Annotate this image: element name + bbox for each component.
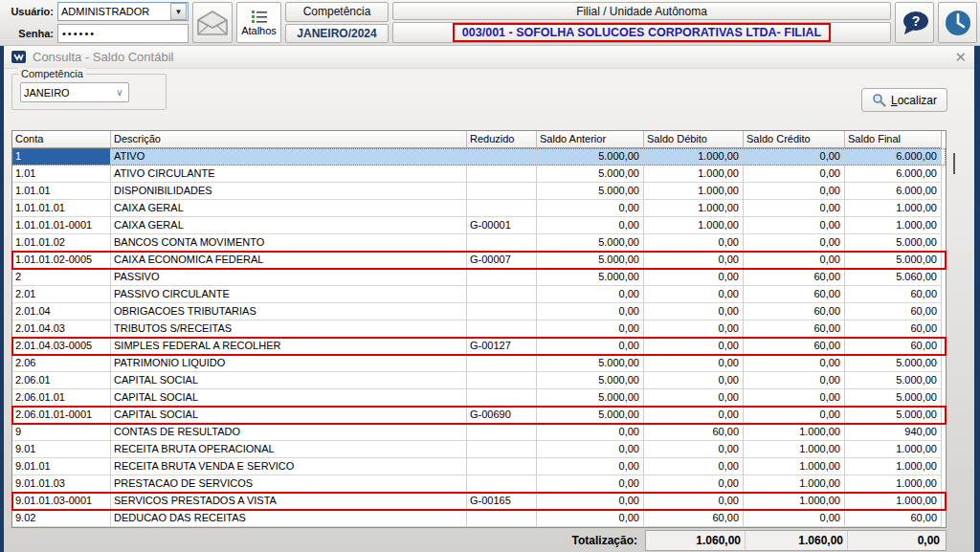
table-row[interactable]: 1.01.01.02BANCOS CONTA MOVIMENTO5.000,00… bbox=[12, 234, 946, 252]
table-row[interactable]: 9.01.01.03-0001SERVICOS PRESTADOS A VIST… bbox=[12, 493, 946, 510]
column-header[interactable]: Saldo Final bbox=[845, 131, 942, 148]
cell: 6.000,00 bbox=[845, 183, 942, 200]
cell: 60,00 bbox=[744, 320, 845, 338]
cell bbox=[467, 320, 537, 338]
cell: 2 bbox=[12, 269, 111, 286]
vertical-scrollbar-thumb[interactable] bbox=[953, 153, 955, 174]
help-button[interactable]: ? bbox=[895, 2, 934, 43]
cell: G-00165 bbox=[467, 493, 537, 510]
cell: 0,00 bbox=[537, 424, 644, 441]
close-icon[interactable]: ✕ bbox=[954, 50, 967, 64]
table-row[interactable]: 9.01.01RECEITA BRUTA VENDA E SERVICO0,00… bbox=[12, 458, 946, 475]
table-row[interactable]: 9.01.01.03PRESTACAO DE SERVICOS0,000,001… bbox=[12, 475, 946, 493]
cell bbox=[467, 286, 537, 303]
cell: 9.01.01 bbox=[12, 458, 111, 475]
cell: 0,00 bbox=[537, 320, 644, 338]
cell: G-00001 bbox=[467, 217, 537, 234]
filial-annotation-box: 003/001 - SOFOLHA SOLUCOES CORPORATIVAS … bbox=[453, 23, 831, 42]
table-row[interactable]: 1.01.01DISPONIBILIDADES5.000,001.000,000… bbox=[12, 183, 946, 200]
total-debito: 1.060,00 bbox=[646, 531, 746, 550]
password-field[interactable]: •••••• bbox=[57, 24, 189, 43]
filial-stack: Filial / Unidade Autônoma 003/001 - SOFO… bbox=[392, 2, 891, 43]
cell: 0,00 bbox=[744, 200, 845, 217]
cell: CAPITAL SOCIAL bbox=[111, 407, 467, 424]
cell: 5.000,00 bbox=[845, 372, 942, 389]
cell: 5.000,00 bbox=[537, 183, 644, 200]
column-header[interactable]: Saldo Anterior bbox=[537, 131, 644, 148]
cell: 5.000,00 bbox=[845, 252, 942, 269]
table-row[interactable]: 9CONTAS DE RESULTADO0,0060,001.000,00940… bbox=[12, 424, 946, 441]
table-row[interactable]: 2.01PASSIVO CIRCULANTE0,000,0060,0060,00 bbox=[12, 286, 946, 303]
table-row[interactable]: 2.06.01CAPITAL SOCIAL5.000,000,000,005.0… bbox=[12, 372, 946, 389]
table-row[interactable]: 1.01.01.02-0005CAIXA ECONOMICA FEDERALG-… bbox=[12, 252, 946, 269]
cell: 0,00 bbox=[644, 252, 744, 269]
filial-current[interactable]: 003/001 - SOFOLHA SOLUCOES CORPORATIVAS … bbox=[392, 22, 891, 43]
table-row[interactable]: 1.01.01.01CAIXA GERAL0,001.000,000,001.0… bbox=[12, 200, 946, 217]
cell: 6.000,00 bbox=[845, 166, 942, 183]
competencia-groupbox-label: Competência bbox=[18, 68, 86, 79]
competencia-current[interactable]: JANEIRO/2024 bbox=[285, 24, 389, 44]
cell: 0,00 bbox=[537, 458, 644, 475]
clock-icon bbox=[944, 9, 972, 37]
cell: RECEITA BRUTA VENDA E SERVICO bbox=[111, 458, 467, 475]
cell: 1.000,00 bbox=[644, 217, 744, 234]
totals-row: Totalização: 1.060,00 1.060,00 0,00 bbox=[11, 530, 947, 551]
table-row[interactable]: 9.02DEDUCAO DAS RECEITAS0,0060,000,0060,… bbox=[12, 510, 946, 527]
atalhos-button[interactable]: Atalhos bbox=[236, 2, 281, 43]
table-row[interactable]: 2PASSIVO5.000,000,0060,005.060,00 bbox=[12, 269, 946, 286]
svg-text:?: ? bbox=[911, 13, 920, 29]
total-credito: 1.060,00 bbox=[746, 531, 848, 550]
cell: G-00127 bbox=[467, 338, 537, 355]
cell: 0,00 bbox=[744, 355, 845, 372]
column-header[interactable]: Saldo Crédito bbox=[744, 131, 845, 148]
cell: 60,00 bbox=[845, 320, 942, 338]
filial-header: Filial / Unidade Autônoma bbox=[392, 2, 891, 20]
table-row[interactable]: 2.01.04.03TRIBUTOS S/RECEITAS0,000,0060,… bbox=[12, 320, 946, 338]
cell: 0,00 bbox=[744, 372, 845, 389]
clock-button[interactable] bbox=[938, 2, 977, 43]
total-final: 0,00 bbox=[848, 531, 944, 550]
cell bbox=[467, 424, 537, 441]
cell: TRIBUTOS S/RECEITAS bbox=[111, 320, 467, 338]
cell: 60,00 bbox=[845, 286, 942, 303]
table-row[interactable]: 2.01.04.03-0005SIMPLES FEDERAL A RECOLHE… bbox=[12, 338, 946, 355]
cell: 0,00 bbox=[744, 389, 845, 407]
cell: CONTAS DE RESULTADO bbox=[111, 424, 467, 441]
table-row[interactable]: 2.06.01.01-0001CAPITAL SOCIALG-006905.00… bbox=[12, 407, 946, 424]
column-header[interactable]: Reduzido bbox=[467, 131, 537, 148]
competencia-select[interactable]: JANEIRO ∨ bbox=[20, 82, 129, 102]
cell: 0,00 bbox=[644, 234, 744, 252]
cell: ATIVO CIRCULANTE bbox=[111, 166, 467, 183]
table-row[interactable]: 1.01ATIVO CIRCULANTE5.000,001.000,000,00… bbox=[12, 166, 946, 183]
mail-button[interactable] bbox=[192, 2, 233, 43]
table-row[interactable]: 2.01.04OBRIGACOES TRIBUTARIAS0,000,0060,… bbox=[12, 303, 946, 320]
cell: 60,00 bbox=[644, 510, 744, 527]
cell: 6.000,00 bbox=[845, 148, 942, 166]
table-row[interactable]: 1.01.01.01-0001CAIXA GERALG-000010,001.0… bbox=[12, 217, 946, 234]
cell: 0,00 bbox=[744, 166, 845, 183]
cell bbox=[467, 269, 537, 286]
table-row[interactable]: 9.01RECEITA BRUTA OPERACIONAL0,000,001.0… bbox=[12, 441, 946, 458]
table-row[interactable]: 2.06PATRIMONIO LIQUIDO5.000,000,000,005.… bbox=[12, 355, 946, 372]
cell: 0,00 bbox=[744, 183, 845, 200]
search-icon bbox=[872, 93, 886, 107]
cell: 2.06.01.01 bbox=[12, 389, 111, 407]
cell: CAIXA GERAL bbox=[111, 217, 467, 234]
user-select-value: ADMINISTRADOR bbox=[58, 6, 169, 17]
table-row[interactable]: 1ATIVO5.000,001.000,000,006.000,00 bbox=[12, 148, 946, 166]
login-area: Usuário: ADMINISTRADOR ▼ Senha: •••••• bbox=[3, 2, 189, 43]
table-row[interactable]: 2.06.01.01CAPITAL SOCIAL5.000,000,000,00… bbox=[12, 389, 946, 407]
column-header[interactable]: Descrição bbox=[111, 131, 467, 148]
cell: 0,00 bbox=[644, 493, 744, 510]
user-select[interactable]: ADMINISTRADOR ▼ bbox=[57, 2, 189, 21]
column-header[interactable]: Saldo Débito bbox=[644, 131, 744, 148]
cell: 1.01.01 bbox=[12, 183, 111, 200]
localizar-button[interactable]: Localizar bbox=[861, 88, 947, 112]
envelope-icon bbox=[196, 11, 229, 35]
column-header[interactable]: Conta bbox=[12, 131, 111, 148]
cell: 5.000,00 bbox=[845, 355, 942, 372]
user-select-arrow-icon[interactable]: ▼ bbox=[170, 3, 187, 20]
cell: 2.01 bbox=[12, 286, 111, 303]
cell: SERVICOS PRESTADOS A VISTA bbox=[111, 493, 467, 510]
competencia-groupbox: Competência JANEIRO ∨ bbox=[11, 74, 167, 110]
